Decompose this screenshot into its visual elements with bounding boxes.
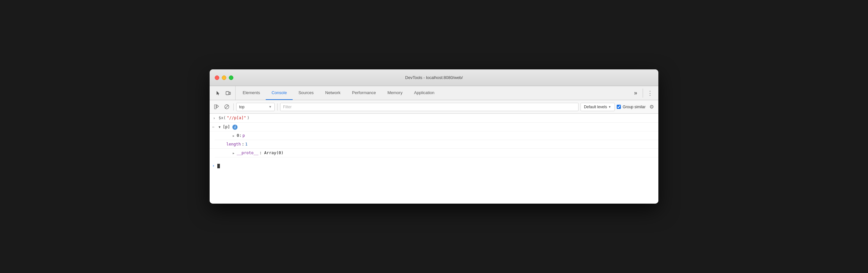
cursor-icon[interactable] <box>214 89 222 98</box>
child-expand-icon[interactable]: ▶ <box>233 134 234 138</box>
settings-gear-icon[interactable]: ⚙ <box>648 103 656 111</box>
svg-rect-1 <box>229 92 230 94</box>
device-toggle-icon[interactable] <box>224 89 233 98</box>
console-content: › $x("//p[a]") ← ▼ [p] i ▶ 0: p <box>210 114 658 203</box>
console-child-line-3: ▶ __proto__ : Array(0) <box>215 149 658 157</box>
cursor <box>217 164 220 168</box>
svg-marker-4 <box>217 105 219 108</box>
active-prompt: › <box>212 163 215 169</box>
minimize-button[interactable] <box>222 76 226 80</box>
log-levels-button[interactable]: Default levels ▼ <box>581 103 615 111</box>
svg-rect-0 <box>226 91 229 95</box>
console-output-line-1: ← ▼ [p] i <box>210 123 658 131</box>
tabbar: Elements Console Sources Network Perform… <box>210 86 658 100</box>
devtools-menu-button[interactable]: ⋮ <box>646 89 654 98</box>
prompt-gutter-1: › <box>210 115 219 121</box>
tab-elements[interactable]: Elements <box>237 86 266 100</box>
tab-network[interactable]: Network <box>319 86 346 100</box>
console-active-input[interactable]: › <box>210 161 658 170</box>
levels-arrow-icon: ▼ <box>608 105 611 109</box>
group-similar-control: Group similar <box>617 105 646 109</box>
child-content-1: ▶ 0: p <box>233 132 656 139</box>
tab-memory[interactable]: Memory <box>382 86 408 100</box>
devtools-window: DevTools - localhost:8080/web/ Elements … <box>210 70 658 203</box>
tab-performance[interactable]: Performance <box>346 86 381 100</box>
info-badge: i <box>232 125 238 130</box>
traffic-lights <box>215 76 234 80</box>
console-child-line-1: ▶ 0: p <box>215 131 658 140</box>
child-content-3: ▶ __proto__ : Array(0) <box>233 150 656 156</box>
group-similar-label: Group similar <box>623 105 646 109</box>
console-input-line-1: › $x("//p[a]") <box>210 114 658 123</box>
svg-line-6 <box>225 105 228 109</box>
context-selector[interactable]: top ▼ <box>236 103 275 111</box>
maximize-button[interactable] <box>229 76 234 80</box>
preserve-log-button[interactable] <box>212 103 220 111</box>
tabbar-right: » ⋮ <box>631 86 658 100</box>
window-title: DevTools - localhost:8080/web/ <box>405 75 463 80</box>
input-content-1: $x("//p[a]") <box>219 115 656 121</box>
console-toolbar: top ▼ Default levels ▼ Group similar ⚙ <box>210 100 658 114</box>
tab-application[interactable]: Application <box>408 86 440 100</box>
expand-chevron-icon[interactable]: ▼ <box>219 125 220 130</box>
filter-input[interactable] <box>280 103 579 111</box>
titlebar: DevTools - localhost:8080/web/ <box>210 70 658 86</box>
clear-console-button[interactable] <box>222 103 231 111</box>
back-gutter: ← <box>210 124 219 130</box>
proto-expand-icon[interactable]: ▶ <box>233 151 234 156</box>
toolbar-separator-2 <box>277 103 278 110</box>
more-tabs-button[interactable]: » <box>631 89 640 98</box>
back-arrow-icon: ← <box>213 124 215 130</box>
child-content-2: length : 1 <box>226 141 656 147</box>
close-button[interactable] <box>215 76 219 80</box>
console-child-line-2: length : 1 <box>210 140 658 149</box>
tab-console[interactable]: Console <box>266 86 292 100</box>
child-gutter-3 <box>224 150 233 150</box>
child-gutter-1 <box>224 132 233 133</box>
context-arrow-icon: ▼ <box>269 105 272 109</box>
separator <box>643 89 643 98</box>
group-similar-checkbox[interactable] <box>617 105 621 109</box>
console-gap <box>210 157 658 161</box>
output-content-1: ▼ [p] i <box>219 124 656 130</box>
devtools-icons <box>211 86 236 100</box>
svg-rect-2 <box>214 105 216 109</box>
tab-sources[interactable]: Sources <box>292 86 319 100</box>
